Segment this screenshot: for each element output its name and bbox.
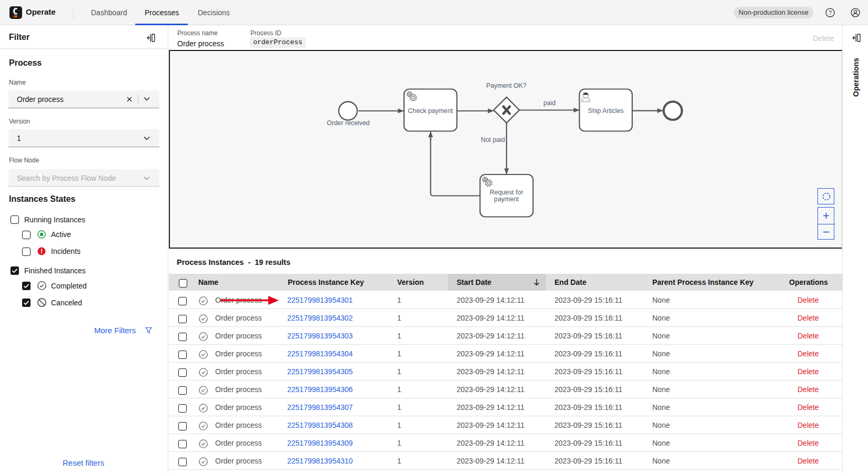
svg-text:Ship Articles: Ship Articles — [588, 107, 623, 115]
svg-text:Order received: Order received — [327, 119, 369, 127]
svg-text:paid: paid — [543, 99, 555, 107]
svg-text:Payment OK?: Payment OK? — [486, 82, 527, 89]
svg-text:Not paid: Not paid — [481, 136, 505, 143]
svg-text:payment: payment — [494, 196, 519, 203]
svg-text:Request for: Request for — [489, 189, 523, 196]
svg-text:?: ? — [829, 9, 832, 16]
svg-text:Check payment: Check payment — [408, 107, 453, 115]
